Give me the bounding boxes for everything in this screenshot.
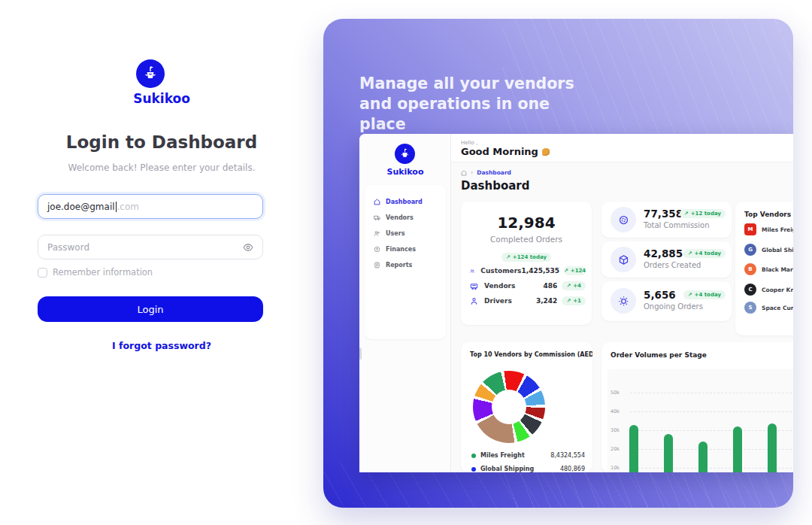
bar-chart: 50k 40k 30k 20k 10k (607, 369, 793, 472)
ship-icon (398, 147, 411, 160)
bar-chart-title: Order Volumes per Stage (611, 351, 707, 359)
stat-label: Total Commission (644, 221, 710, 229)
preview-sidebar: Sukikoo Dashboard Vendors Users Finances (359, 134, 451, 472)
y-tick: 40k (611, 408, 627, 414)
chevron-icon: › (471, 169, 473, 176)
sidebar-item-finances: Finances (374, 241, 446, 257)
legend-item: Global Shipping 480,869 (471, 466, 585, 472)
vendor-logo: C (744, 284, 756, 296)
preview-brand-name: Sukikoo (359, 167, 451, 177)
vendor-row: S Space Currier (744, 302, 793, 314)
preview-header: Hello , Good Morning (451, 134, 793, 162)
stat-value: 5,656 (644, 289, 676, 301)
coin-icon (374, 246, 380, 253)
sidebar-item-dashboard: Dashboard (374, 194, 446, 210)
total-commission-card: 77,358 AED Total Commission ↗+12 today (601, 202, 732, 238)
breadcrumb: › Dashboard (461, 169, 511, 176)
greeting-text: Good Morning (461, 146, 538, 157)
trend-up-icon: ↗ (566, 298, 571, 304)
password-field-wrap (38, 235, 263, 259)
preview-page-title: Dashboard (461, 179, 529, 193)
brand-name: Sukikoo (0, 91, 323, 106)
vendor-row: M Miles Freight (744, 223, 793, 235)
wave-emoji-icon (542, 148, 550, 156)
gridline (630, 411, 793, 412)
vendor-logo: M (744, 223, 756, 235)
top-vendors-card: Top Vendors by C M Miles Freight G Globa… (735, 202, 793, 335)
top-vendors-title: Top Vendors by C (744, 211, 793, 218)
vendor-logo: G (744, 244, 756, 256)
bar (698, 442, 707, 472)
promo-headline: Manage all your vendors and operations i… (359, 74, 585, 135)
trend-badge: ↗+124 today (501, 253, 551, 262)
y-tick: 50k (611, 390, 627, 396)
home-icon (374, 199, 380, 205)
legend-dot (471, 454, 476, 458)
text-caret (116, 202, 117, 212)
email-field[interactable]: joe.doe@gmail.com (38, 194, 263, 219)
bar (768, 423, 777, 472)
stat-row-customers: Customers 1,425,535 ↗+124 (470, 263, 586, 278)
stat-label: Ongoing Orders (644, 302, 703, 311)
eye-icon[interactable] (243, 242, 253, 253)
vendors-commission-chart-card: Top 10 Vendors by Commission (AED) Miles… (461, 342, 592, 472)
donut-chart-title: Top 10 Vendors by Commission (AED) (470, 351, 592, 358)
coin-icon (611, 207, 636, 232)
order-volumes-chart-card: Order Volumes per Stage 50k 40k 30k 20k … (601, 342, 793, 472)
hello-text: Hello , (461, 140, 477, 146)
bar (629, 425, 638, 473)
dashboard-preview: Sukikoo Dashboard Vendors Users Finances (359, 134, 793, 472)
package-icon (611, 247, 636, 272)
email-value: joe.doe@gmail (47, 202, 115, 212)
login-section: Sukikoo Login to Dashboard Welcome back!… (0, 0, 323, 525)
bar (664, 434, 673, 472)
vendor-row: B Black Marvin (744, 263, 793, 275)
sidebar-item-reports: Reports (374, 257, 446, 273)
y-tick: 30k (611, 427, 627, 433)
stat-value: 42,885 (644, 247, 683, 259)
trend-badge: ↗+12 today (680, 209, 726, 218)
trend-badge: ↗+4 (562, 281, 586, 290)
home-icon (461, 170, 467, 176)
trend-up-icon: ↗ (688, 250, 692, 256)
y-tick: 20k (611, 446, 627, 452)
users-icon (374, 230, 380, 237)
completed-orders-value: 12,984 (461, 214, 592, 232)
report-icon (374, 262, 380, 269)
brand-logo (136, 59, 165, 88)
legend-dot (471, 467, 476, 472)
vendor-row: G Global Shipping (744, 244, 793, 256)
forgot-password-link[interactable]: I forgot password? (0, 340, 323, 351)
truck-icon (374, 214, 380, 221)
customers-icon (470, 267, 474, 275)
completed-orders-label: Completed Orders (461, 235, 592, 244)
preview-menu: Dashboard Vendors Users Finances Reports (365, 185, 446, 339)
vendor-row: C Cooper Kristin (744, 284, 793, 296)
truck-icon (470, 282, 478, 290)
entity-stats: Customers 1,425,535 ↗+124 Vendors 486 ↗+… (470, 263, 586, 308)
promo-panel: Manage all your vendors and operations i… (323, 19, 793, 508)
y-tick: 10k (611, 465, 627, 471)
trend-badge: ↗+1 (562, 296, 586, 305)
page-title: Login to Dashboard (0, 132, 323, 152)
page-subtitle: Welcome back! Please enter your details. (0, 162, 323, 173)
remember-checkbox[interactable] (38, 268, 47, 278)
trend-up-icon: ↗ (564, 268, 568, 274)
sidebar-item-vendors: Vendors (374, 210, 446, 226)
stat-label: Orders Created (644, 261, 701, 269)
login-button[interactable]: Login (38, 296, 263, 322)
email-autocomplete-suffix: .com (117, 202, 139, 212)
remember-label: Remember information (53, 267, 153, 278)
trend-up-icon: ↗ (688, 292, 692, 298)
donut-hole (492, 390, 526, 424)
preview-brand-logo (395, 144, 415, 164)
trend-badge: ↗+4 today (683, 249, 726, 258)
password-input[interactable] (47, 242, 243, 253)
greeting-row: Good Morning (461, 146, 550, 157)
bar (733, 426, 742, 472)
orders-created-card: 42,885 Orders Created ↗+4 today (601, 241, 732, 278)
ongoing-orders-card: 5,656 Ongoing Orders ↗+4 today (601, 281, 732, 321)
legend-item: Miles Freight 8,4324,554 (471, 452, 585, 459)
trend-up-icon: ↗ (506, 254, 511, 260)
stat-row-drivers: Drivers 3,242 ↗+1 (470, 293, 586, 308)
